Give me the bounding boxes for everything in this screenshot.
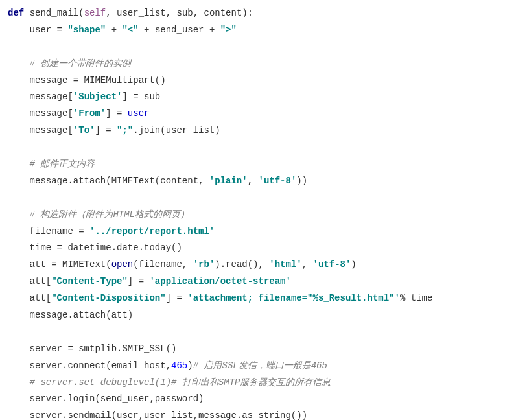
line-21: server = smtplib.SMTP_SSL() bbox=[8, 344, 176, 354]
line-4: # 创建一个带附件的实例 bbox=[8, 58, 131, 69]
line-2: user = "shape" + "<" + send_user + ">" bbox=[8, 25, 237, 35]
code-block: def send_mail(self, user_list, sub, cont… bbox=[8, 5, 519, 420]
comment: # 构造附件（附件为HTML格式的网页） bbox=[8, 209, 189, 220]
line-1: def send_mail(self, user_list, sub, cont… bbox=[8, 8, 253, 18]
keyword-def: def bbox=[8, 8, 24, 18]
comment: # 创建一个带附件的实例 bbox=[8, 58, 131, 69]
line-11: message.attach(MIMEText(content, 'plain'… bbox=[8, 176, 307, 186]
user-link[interactable]: user bbox=[128, 108, 150, 119]
line-23: # server.set_debuglevel(1)# 打印出和SMTP服务器交… bbox=[8, 377, 331, 388]
port-number: 465 bbox=[171, 360, 187, 371]
line-7: message['From'] = user bbox=[8, 108, 149, 119]
line-6: message['Subject'] = sub bbox=[8, 91, 160, 102]
line-13: # 构造附件（附件为HTML格式的网页） bbox=[8, 209, 189, 220]
line-14: filename = '../report/report.html' bbox=[8, 226, 215, 237]
comment: # 启用SSL发信，端口一般是465 bbox=[193, 360, 327, 371]
line-16: att = MIMEText(open(filename, 'rb').read… bbox=[8, 259, 357, 270]
line-19: message.attach(att) bbox=[8, 310, 133, 320]
fn-name: send_mail bbox=[30, 8, 79, 18]
line-17: att["Content-Type"] = 'application/octet… bbox=[8, 276, 291, 286]
params: , user_list, sub, content): bbox=[106, 8, 253, 18]
line-5: message = MIMEMultipart() bbox=[8, 75, 166, 86]
comment: # 邮件正文内容 bbox=[8, 159, 95, 169]
line-24: server.login(send_user,password) bbox=[8, 393, 204, 404]
comment: # server.set_debuglevel(1)# 打印出和SMTP服务器交… bbox=[8, 377, 331, 388]
line-15: time = datetime.date.today() bbox=[8, 242, 182, 253]
line-22: server.connect(email_host,465)# 启用SSL发信，… bbox=[8, 360, 327, 371]
line-25: server.sendmail(user,user_list,message.a… bbox=[8, 410, 307, 420]
line-10: # 邮件正文内容 bbox=[8, 159, 95, 169]
line-18: att["Content-Disposition"] = 'attachment… bbox=[8, 293, 432, 303]
line-8: message['To'] = ";".join(user_list) bbox=[8, 125, 220, 135]
builtin-open: open bbox=[111, 259, 134, 270]
self-param: self bbox=[84, 8, 106, 18]
